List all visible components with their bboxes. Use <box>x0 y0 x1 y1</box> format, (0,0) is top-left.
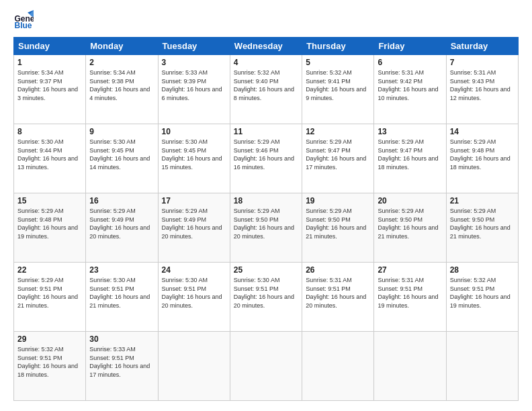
day-number: 29 <box>17 334 82 344</box>
day-number: 13 <box>378 127 442 136</box>
day-number: 21 <box>450 196 515 205</box>
day-detail: Sunrise: 5:31 AMSunset: 9:51 PMDaylight:… <box>378 277 438 309</box>
calendar-cell: 7 Sunrise: 5:31 AMSunset: 9:43 PMDayligh… <box>446 55 518 124</box>
calendar-cell: 25 Sunrise: 5:30 AMSunset: 9:51 PMDaylig… <box>230 263 302 332</box>
day-detail: Sunrise: 5:30 AMSunset: 9:51 PMDaylight:… <box>162 277 222 309</box>
day-detail: Sunrise: 5:29 AMSunset: 9:50 PMDaylight:… <box>450 208 511 240</box>
calendar-cell: 8 Sunrise: 5:30 AMSunset: 9:44 PMDayligh… <box>14 124 86 193</box>
day-detail: Sunrise: 5:33 AMSunset: 9:51 PMDaylight:… <box>89 346 150 378</box>
calendar-cell: 21 Sunrise: 5:29 AMSunset: 9:50 PMDaylig… <box>446 193 518 263</box>
header-wednesday: Wednesday <box>230 38 302 55</box>
day-number: 15 <box>17 196 82 205</box>
day-detail: Sunrise: 5:29 AMSunset: 9:49 PMDaylight:… <box>162 208 222 240</box>
day-number: 5 <box>306 58 370 67</box>
day-detail: Sunrise: 5:34 AMSunset: 9:37 PMDaylight:… <box>17 69 78 101</box>
day-detail: Sunrise: 5:31 AMSunset: 9:51 PMDaylight:… <box>306 277 366 309</box>
day-number: 30 <box>89 334 154 344</box>
day-number: 19 <box>306 196 370 205</box>
day-detail: Sunrise: 5:29 AMSunset: 9:51 PMDaylight:… <box>17 277 78 309</box>
day-detail: Sunrise: 5:29 AMSunset: 9:48 PMDaylight:… <box>450 138 511 171</box>
day-number: 28 <box>450 265 515 275</box>
header-saturday: Saturday <box>446 38 518 55</box>
day-detail: Sunrise: 5:30 AMSunset: 9:51 PMDaylight:… <box>89 277 150 309</box>
day-number: 10 <box>162 127 226 136</box>
day-number: 16 <box>89 196 154 205</box>
day-detail: Sunrise: 5:29 AMSunset: 9:48 PMDaylight:… <box>17 208 78 240</box>
day-detail: Sunrise: 5:30 AMSunset: 9:45 PMDaylight:… <box>162 138 222 171</box>
calendar-cell: 22 Sunrise: 5:29 AMSunset: 9:51 PMDaylig… <box>14 263 86 332</box>
calendar-cell: 9 Sunrise: 5:30 AMSunset: 9:45 PMDayligh… <box>86 124 158 193</box>
calendar-cell: 4 Sunrise: 5:32 AMSunset: 9:40 PMDayligh… <box>230 55 302 124</box>
general-blue-icon: General Blue <box>13 10 34 30</box>
day-detail: Sunrise: 5:33 AMSunset: 9:39 PMDaylight:… <box>162 69 222 101</box>
day-detail: Sunrise: 5:32 AMSunset: 9:41 PMDaylight:… <box>306 69 366 101</box>
calendar-cell <box>230 332 302 401</box>
day-detail: Sunrise: 5:32 AMSunset: 9:51 PMDaylight:… <box>450 277 511 309</box>
day-detail: Sunrise: 5:30 AMSunset: 9:51 PMDaylight:… <box>234 277 294 309</box>
day-number: 3 <box>162 58 226 67</box>
day-detail: Sunrise: 5:30 AMSunset: 9:44 PMDaylight:… <box>17 138 78 171</box>
day-detail: Sunrise: 5:29 AMSunset: 9:50 PMDaylight:… <box>306 208 366 240</box>
header-friday: Friday <box>374 38 446 55</box>
calendar-cell: 20 Sunrise: 5:29 AMSunset: 9:50 PMDaylig… <box>374 193 446 263</box>
day-number: 18 <box>234 196 298 205</box>
day-number: 17 <box>162 196 226 205</box>
header-sunday: Sunday <box>14 38 86 55</box>
calendar-cell: 14 Sunrise: 5:29 AMSunset: 9:48 PMDaylig… <box>446 124 518 193</box>
day-number: 23 <box>89 265 154 275</box>
day-detail: Sunrise: 5:32 AMSunset: 9:40 PMDaylight:… <box>234 69 294 101</box>
day-number: 24 <box>162 265 226 275</box>
header-thursday: Thursday <box>302 38 374 55</box>
calendar-cell: 5 Sunrise: 5:32 AMSunset: 9:41 PMDayligh… <box>302 55 374 124</box>
header-tuesday: Tuesday <box>158 38 230 55</box>
calendar-cell: 6 Sunrise: 5:31 AMSunset: 9:42 PMDayligh… <box>374 55 446 124</box>
calendar-cell: 11 Sunrise: 5:29 AMSunset: 9:46 PMDaylig… <box>230 124 302 193</box>
day-detail: Sunrise: 5:34 AMSunset: 9:38 PMDaylight:… <box>89 69 150 101</box>
day-detail: Sunrise: 5:29 AMSunset: 9:47 PMDaylight:… <box>306 138 366 171</box>
calendar-cell: 28 Sunrise: 5:32 AMSunset: 9:51 PMDaylig… <box>446 263 518 332</box>
day-number: 14 <box>450 127 515 136</box>
calendar-cell: 10 Sunrise: 5:30 AMSunset: 9:45 PMDaylig… <box>158 124 230 193</box>
svg-text:Blue: Blue <box>15 21 32 30</box>
day-number: 12 <box>306 127 370 136</box>
calendar-cell: 27 Sunrise: 5:31 AMSunset: 9:51 PMDaylig… <box>374 263 446 332</box>
calendar-cell: 26 Sunrise: 5:31 AMSunset: 9:51 PMDaylig… <box>302 263 374 332</box>
day-number: 20 <box>378 196 442 205</box>
day-number: 1 <box>17 58 82 67</box>
day-number: 22 <box>17 265 82 275</box>
calendar-cell: 18 Sunrise: 5:29 AMSunset: 9:50 PMDaylig… <box>230 193 302 263</box>
calendar-cell: 30 Sunrise: 5:33 AMSunset: 9:51 PMDaylig… <box>86 332 158 401</box>
calendar-cell: 13 Sunrise: 5:29 AMSunset: 9:47 PMDaylig… <box>374 124 446 193</box>
calendar-cell: 23 Sunrise: 5:30 AMSunset: 9:51 PMDaylig… <box>86 263 158 332</box>
calendar-cell: 1 Sunrise: 5:34 AMSunset: 9:37 PMDayligh… <box>14 55 86 124</box>
calendar-table: Sunday Monday Tuesday Wednesday Thursday… <box>13 37 519 401</box>
day-number: 6 <box>378 58 442 67</box>
calendar-cell: 16 Sunrise: 5:29 AMSunset: 9:49 PMDaylig… <box>86 193 158 263</box>
calendar-cell: 15 Sunrise: 5:29 AMSunset: 9:48 PMDaylig… <box>14 193 86 263</box>
day-number: 2 <box>89 58 154 67</box>
day-detail: Sunrise: 5:31 AMSunset: 9:43 PMDaylight:… <box>450 69 511 101</box>
day-detail: Sunrise: 5:30 AMSunset: 9:45 PMDaylight:… <box>89 138 150 171</box>
day-number: 26 <box>306 265 370 275</box>
day-number: 7 <box>450 58 515 67</box>
calendar-cell: 24 Sunrise: 5:30 AMSunset: 9:51 PMDaylig… <box>158 263 230 332</box>
day-detail: Sunrise: 5:29 AMSunset: 9:46 PMDaylight:… <box>234 138 294 171</box>
day-number: 9 <box>89 127 154 136</box>
header-monday: Monday <box>86 38 158 55</box>
calendar-cell <box>158 332 230 401</box>
day-number: 4 <box>234 58 298 67</box>
day-number: 8 <box>17 127 82 136</box>
calendar-cell: 29 Sunrise: 5:32 AMSunset: 9:51 PMDaylig… <box>14 332 86 401</box>
calendar-cell: 3 Sunrise: 5:33 AMSunset: 9:39 PMDayligh… <box>158 55 230 124</box>
day-number: 11 <box>234 127 298 136</box>
calendar-cell: 19 Sunrise: 5:29 AMSunset: 9:50 PMDaylig… <box>302 193 374 263</box>
day-detail: Sunrise: 5:29 AMSunset: 9:50 PMDaylight:… <box>234 208 294 240</box>
calendar-cell <box>374 332 446 401</box>
calendar-cell: 2 Sunrise: 5:34 AMSunset: 9:38 PMDayligh… <box>86 55 158 124</box>
day-number: 25 <box>234 265 298 275</box>
day-detail: Sunrise: 5:29 AMSunset: 9:47 PMDaylight:… <box>378 138 438 171</box>
logo: General Blue <box>13 10 36 30</box>
calendar-cell: 12 Sunrise: 5:29 AMSunset: 9:47 PMDaylig… <box>302 124 374 193</box>
calendar-cell <box>446 332 518 401</box>
day-detail: Sunrise: 5:32 AMSunset: 9:51 PMDaylight:… <box>17 346 78 378</box>
